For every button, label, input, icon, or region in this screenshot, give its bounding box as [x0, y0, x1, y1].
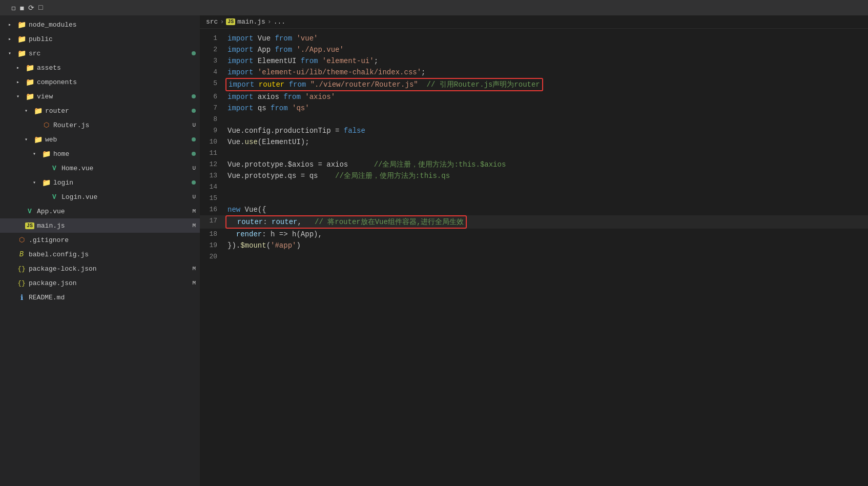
- sidebar-item-.gitignore[interactable]: ⬡.gitignore: [0, 233, 200, 247]
- title-icons: ◻ ◼ ⟳ □: [11, 4, 43, 12]
- highlight-box: import router from "./view/router/Router…: [225, 78, 543, 91]
- file-json-icon: {}: [16, 278, 27, 288]
- sidebar-label: package.json: [29, 279, 192, 287]
- breadcrumb-dots: ...: [274, 18, 285, 26]
- line-number: 16: [200, 204, 225, 215]
- chevron-icon: ▸: [8, 36, 16, 42]
- code-line-20: 20: [200, 251, 868, 262]
- modified-dot: [192, 51, 196, 55]
- line-number: 14: [200, 181, 225, 193]
- line-number: 6: [200, 91, 225, 103]
- line-number: 15: [200, 193, 225, 204]
- sidebar-label: Login.vue: [61, 193, 192, 201]
- line-number: 10: [200, 136, 225, 148]
- editor-area: src › JS main.js › ... 1import Vue from …: [200, 15, 868, 486]
- code-editor[interactable]: 1import Vue from 'vue'2import App from '…: [200, 29, 868, 486]
- line-number: 3: [200, 55, 225, 67]
- refresh-icon[interactable]: ⟳: [28, 4, 34, 12]
- line-number: 17: [200, 215, 225, 229]
- sidebar-item-login[interactable]: ▾📁login: [0, 175, 200, 190]
- line-content: import Vue from 'vue': [225, 33, 868, 44]
- sidebar-label: Router.js: [53, 121, 192, 129]
- line-content: [225, 193, 868, 204]
- chevron-icon: ▾: [16, 93, 25, 99]
- file-js-icon: JS: [25, 220, 35, 231]
- code-line-10: 10Vue.use(ElementUI);: [200, 136, 868, 148]
- sidebar-label: package-lock.json: [29, 265, 192, 273]
- badge-M: M: [192, 222, 196, 229]
- sidebar-label: App.vue: [37, 208, 192, 215]
- breadcrumb-js-icon: JS: [226, 18, 235, 25]
- line-content: [225, 114, 868, 125]
- sidebar-item-components[interactable]: ▸📁components: [0, 75, 200, 89]
- folder-icon: 📁: [25, 63, 35, 73]
- sidebar-item-node_modules[interactable]: ▸📁node_modules: [0, 17, 200, 32]
- sidebar-item-assets[interactable]: ▸📁assets: [0, 60, 200, 75]
- line-number: 13: [200, 170, 225, 181]
- line-number: 11: [200, 148, 225, 159]
- line-number: 7: [200, 103, 225, 114]
- line-number: 1: [200, 33, 225, 44]
- line-number: 5: [200, 78, 225, 91]
- file-vue-icon: V: [49, 192, 59, 202]
- folder-blue-icon: 📁: [25, 91, 35, 102]
- file-router-icon: ⬡: [41, 120, 51, 130]
- code-line-19: 19}).$mount('#app'): [200, 240, 868, 251]
- sidebar-item-home[interactable]: ▾📁home: [0, 147, 200, 161]
- badge-U: U: [192, 165, 196, 171]
- sidebar-item-web[interactable]: ▾📁web: [0, 132, 200, 147]
- sidebar-item-view[interactable]: ▾📁view: [0, 89, 200, 104]
- code-line-6: 6import axios from 'axios': [200, 91, 868, 103]
- file-babel-icon: B: [16, 249, 27, 259]
- line-number: 8: [200, 114, 225, 125]
- line-content: import App from './App.vue': [225, 44, 868, 55]
- sidebar-item-README.md[interactable]: ℹREADME.md: [0, 290, 200, 305]
- badge-M: M: [192, 208, 196, 214]
- code-line-2: 2import App from './App.vue': [200, 44, 868, 55]
- code-line-9: 9Vue.config.productionTip = false: [200, 125, 868, 136]
- file-info-icon: ℹ: [16, 292, 27, 302]
- modified-dot: [192, 109, 196, 113]
- highlight-box: router: router, // 将router放在Vue组件容器,进行全局…: [225, 215, 467, 229]
- new-file-icon[interactable]: ◻: [11, 4, 15, 12]
- breadcrumb-sep1: ›: [220, 18, 224, 26]
- modified-dot: [192, 137, 196, 141]
- sidebar-item-main.js[interactable]: JSmain.jsM: [0, 218, 200, 233]
- sidebar-label: web: [45, 136, 192, 144]
- line-content: new Vue({: [225, 204, 868, 215]
- sidebar-item-public[interactable]: ▸📁public: [0, 32, 200, 46]
- sidebar-item-babel.config.js[interactable]: Bbabel.config.js: [0, 247, 200, 261]
- folder-src-icon: 📁: [16, 48, 27, 58]
- sidebar-item-Login.vue[interactable]: VLogin.vueU: [0, 190, 200, 204]
- modified-dot: [192, 94, 196, 98]
- line-content: Vue.prototype.qs = qs //全局注册，使用方法为:this.…: [225, 170, 868, 181]
- line-number: 2: [200, 44, 225, 55]
- sidebar-item-package-lock.json[interactable]: {}package-lock.jsonM: [0, 261, 200, 276]
- collapse-icon[interactable]: □: [38, 4, 43, 12]
- sidebar-label: node_modules: [29, 21, 192, 29]
- modified-dot: [192, 152, 196, 156]
- folder-icon: 📁: [41, 177, 51, 188]
- breadcrumb-mainjs: main.js: [237, 18, 265, 26]
- sidebar-label: home: [53, 150, 192, 158]
- sidebar-item-App.vue[interactable]: VApp.vueM: [0, 204, 200, 218]
- sidebar-item-src[interactable]: ▾📁src: [0, 46, 200, 60]
- sidebar-label: main.js: [37, 222, 192, 230]
- folder-blue-icon: 📁: [16, 34, 27, 44]
- new-folder-icon[interactable]: ◼: [19, 4, 24, 12]
- sidebar-label: assets: [37, 64, 192, 72]
- main-area: ▸📁node_modules▸📁public▾📁src▸📁assets▸📁com…: [0, 15, 868, 486]
- sidebar-item-router[interactable]: ▾📁router: [0, 104, 200, 118]
- file-vue-icon: V: [49, 163, 59, 173]
- sidebar-item-Router.js[interactable]: ⬡Router.jsU: [0, 118, 200, 132]
- code-line-11: 11: [200, 148, 868, 159]
- chevron-icon: ▸: [16, 79, 25, 85]
- line-number: 18: [200, 229, 225, 240]
- line-number: 9: [200, 125, 225, 136]
- sidebar: ▸📁node_modules▸📁public▾📁src▸📁assets▸📁com…: [0, 15, 200, 486]
- title-bar: ◻ ◼ ⟳ □: [0, 0, 868, 15]
- line-number: 19: [200, 240, 225, 251]
- sidebar-item-Home.vue[interactable]: VHome.vueU: [0, 161, 200, 175]
- file-json-icon: {}: [16, 264, 27, 274]
- sidebar-item-package.json[interactable]: {}package.jsonM: [0, 276, 200, 290]
